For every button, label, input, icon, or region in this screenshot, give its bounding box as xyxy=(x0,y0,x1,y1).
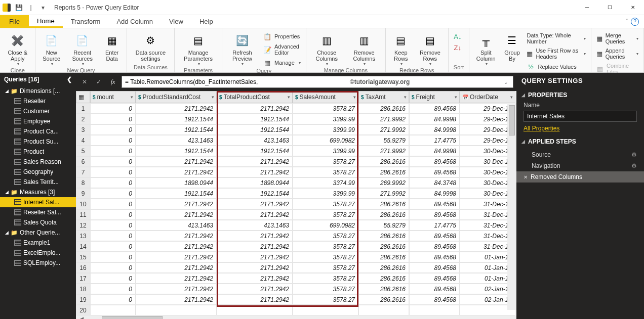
grid-cell[interactable]: 3399.99 xyxy=(293,124,358,135)
remove-columns-button[interactable]: ▥Remove Columns xyxy=(346,31,382,67)
grid-cell[interactable]: 286.2616 xyxy=(358,103,409,114)
data-type-button[interactable]: Data Type: Whole Number xyxy=(525,31,587,45)
grid-cell[interactable]: 89.4568 xyxy=(409,231,460,241)
grid-cell[interactable]: 1898.0944 xyxy=(217,177,293,188)
grid-cell[interactable]: 286.2616 xyxy=(358,199,409,209)
grid-cell[interactable]: 286.2616 xyxy=(358,284,409,294)
grid-cell[interactable]: 0 xyxy=(90,231,136,241)
grid-cell[interactable]: 1912.1544 xyxy=(217,188,293,199)
grid-cell[interactable] xyxy=(90,305,136,315)
row-number[interactable]: 11 xyxy=(76,209,90,220)
properties-section[interactable]: PROPERTIES xyxy=(516,88,644,102)
column-header[interactable]: $ProductStandardCost▾ xyxy=(136,91,217,103)
formula-cancel-icon[interactable]: ✕ xyxy=(79,76,90,87)
grid-cell[interactable]: 3374.99 xyxy=(293,177,358,188)
grid-cell[interactable]: 286.2616 xyxy=(358,156,409,167)
tab-help[interactable]: Help xyxy=(191,15,221,28)
row-number[interactable]: 9 xyxy=(76,188,90,199)
row-number[interactable]: 1 xyxy=(76,103,90,114)
grid-cell[interactable]: 17.4775 xyxy=(409,135,460,146)
grid-cell[interactable] xyxy=(136,305,217,315)
grid-cell[interactable]: 2171.2942 xyxy=(217,273,293,284)
keep-rows-button[interactable]: ▤Keep Rows xyxy=(389,31,413,67)
grid-cell[interactable]: 413.1463 xyxy=(136,135,217,146)
grid-cell[interactable]: 84.9998 xyxy=(409,114,460,124)
tab-add-column[interactable]: Add Column xyxy=(108,15,161,28)
row-number[interactable]: 12 xyxy=(76,220,90,231)
grid-cell[interactable]: 2171.2942 xyxy=(217,284,293,294)
grid-cell[interactable]: 0 xyxy=(90,146,136,156)
grid-cell[interactable]: 89.4568 xyxy=(409,103,460,114)
grid-cell[interactable]: 84.9998 xyxy=(409,188,460,199)
grid-cell[interactable]: 3578.27 xyxy=(293,241,358,252)
row-number[interactable]: 5 xyxy=(76,146,90,156)
grid-corner[interactable]: ▦ xyxy=(76,91,90,103)
maximize-button[interactable]: ☐ xyxy=(598,0,621,15)
grid-cell[interactable]: 55.9279 xyxy=(358,220,409,231)
collapse-queries-icon[interactable]: ❮ xyxy=(67,76,72,83)
row-number[interactable]: 8 xyxy=(76,177,90,188)
column-header[interactable]: 📅OrderDate▾ xyxy=(460,91,515,103)
formula-commit-icon[interactable]: ✓ xyxy=(93,76,104,87)
grid-cell[interactable] xyxy=(358,305,409,315)
grid-cell[interactable]: 89.4568 xyxy=(409,262,460,273)
query-item[interactable]: Employee xyxy=(0,116,76,126)
grid-cell[interactable]: 89.4568 xyxy=(409,209,460,220)
grid-cell[interactable]: 3578.27 xyxy=(293,209,358,220)
step-gear-icon[interactable]: ⚙ xyxy=(631,162,637,169)
grid-cell[interactable]: 271.9992 xyxy=(358,124,409,135)
query-item[interactable]: Example1 xyxy=(0,238,76,248)
grid-cell[interactable]: 2171.2942 xyxy=(136,199,217,209)
grid-cell[interactable]: 2171.2942 xyxy=(136,156,217,167)
grid-cell[interactable]: 286.2616 xyxy=(358,167,409,177)
tab-view[interactable]: View xyxy=(161,15,191,28)
grid-cell[interactable]: 89.4568 xyxy=(409,199,460,209)
qat-save-icon[interactable]: 💾 xyxy=(15,4,23,12)
grid-cell[interactable]: 0 xyxy=(90,220,136,231)
query-item[interactable]: Product Su... xyxy=(0,136,76,147)
grid-cell[interactable]: 2171.2942 xyxy=(217,156,293,167)
grid-cell[interactable]: 2171.2942 xyxy=(217,167,293,177)
query-item[interactable]: Sales Quota xyxy=(0,217,76,227)
grid-cell[interactable]: 271.9992 xyxy=(358,114,409,124)
grid-cell[interactable]: 2171.2942 xyxy=(136,167,217,177)
grid-cell[interactable]: 2171.2942 xyxy=(136,103,217,114)
first-row-headers-button[interactable]: ▦Use First Row as Headers xyxy=(525,47,587,61)
sort-asc-button[interactable]: A↓ xyxy=(452,31,464,41)
grid-cell[interactable]: 3578.27 xyxy=(293,273,358,284)
row-number[interactable]: 18 xyxy=(76,284,90,294)
grid-cell[interactable]: 3399.99 xyxy=(293,114,358,124)
grid-cell[interactable]: 84.9998 xyxy=(409,146,460,156)
grid-cell[interactable]: 89.4568 xyxy=(409,273,460,284)
replace-values-button[interactable]: ½Replace Values xyxy=(525,62,587,72)
grid-cell[interactable]: 2171.2942 xyxy=(217,199,293,209)
append-queries-button[interactable]: ▦Append Queries xyxy=(594,47,640,61)
grid-cell[interactable]: 3578.27 xyxy=(293,231,358,241)
grid-cell[interactable]: 55.9279 xyxy=(358,135,409,146)
query-item[interactable]: Sales Reason xyxy=(0,157,76,167)
row-number[interactable]: 7 xyxy=(76,167,90,177)
grid-cell[interactable]: 2171.2942 xyxy=(217,209,293,220)
grid-cell[interactable]: 286.2616 xyxy=(358,231,409,241)
minimize-button[interactable]: ─ xyxy=(576,0,598,15)
vertical-scrollbar[interactable] xyxy=(507,103,516,310)
grid-cell[interactable]: 0 xyxy=(90,167,136,177)
properties-button[interactable]: 📋Properties xyxy=(261,31,303,41)
grid-cell[interactable]: 89.4568 xyxy=(409,167,460,177)
grid-cell[interactable]: 413.1463 xyxy=(217,220,293,231)
grid-cell[interactable]: 0 xyxy=(90,284,136,294)
close-window-button[interactable]: ✕ xyxy=(621,0,644,15)
row-number[interactable]: 2 xyxy=(76,114,90,124)
grid-cell[interactable]: 3578.27 xyxy=(293,167,358,177)
choose-columns-button[interactable]: ▥Choose Columns xyxy=(309,31,344,67)
grid-cell[interactable]: 3578.27 xyxy=(293,252,358,262)
close-apply-button[interactable]: ✖️Close & Apply xyxy=(3,31,32,67)
group-by-button[interactable]: ☰Group By xyxy=(502,31,523,63)
grid-cell[interactable]: 2171.2942 xyxy=(217,231,293,241)
query-item[interactable]: Product xyxy=(0,147,76,157)
grid-cell[interactable]: 699.0982 xyxy=(293,135,358,146)
sort-desc-button[interactable]: Z↓ xyxy=(452,42,464,53)
query-item[interactable]: Reseller Sal... xyxy=(0,207,76,217)
grid-cell[interactable]: 0 xyxy=(90,188,136,199)
grid-cell[interactable]: 286.2616 xyxy=(358,209,409,220)
